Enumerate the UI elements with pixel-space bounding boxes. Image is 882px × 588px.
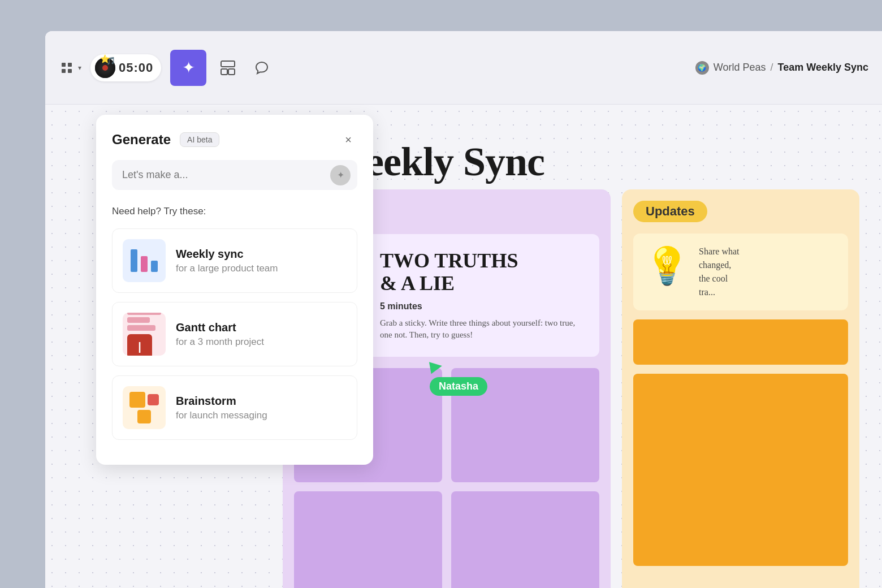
generate-title: Generate xyxy=(112,132,171,148)
weekly-sync-thumbnail xyxy=(123,239,166,282)
suggestion-text-gantt: Gantt chart for a 3 month project xyxy=(176,321,347,348)
lightbulb-icon: 💡 xyxy=(645,245,690,299)
suggestion-subtitle-weekly: for a large product team xyxy=(176,263,347,274)
sparkle-icon: ✦ xyxy=(337,170,344,180)
suggestion-title-weekly: Weekly sync xyxy=(176,248,347,261)
timer-widget[interactable]: 🎵 ⭐ 05:00 xyxy=(90,54,161,81)
star-icon: ⭐ xyxy=(100,54,110,63)
generate-panel: Generate AI beta × ✦ Need help? Try thes… xyxy=(96,115,373,465)
breadcrumb-org[interactable]: World Peas xyxy=(714,62,766,74)
suggestion-subtitle-brainstorm: for launch messaging xyxy=(176,410,347,421)
sticky-note[interactable] xyxy=(294,491,442,588)
close-icon: × xyxy=(345,133,352,146)
orange-sticky-2[interactable] xyxy=(633,374,848,566)
svg-rect-3 xyxy=(68,69,72,73)
two-truths-desc: Grab a sticky. Write three things about … xyxy=(380,317,583,341)
ai-generate-button[interactable]: ✦ xyxy=(170,50,206,86)
svg-rect-4 xyxy=(221,61,235,67)
svg-rect-2 xyxy=(62,69,66,73)
main-menu-button[interactable]: ▾ xyxy=(59,60,81,76)
toolbar-left: ▾ 🎵 ⭐ 05:00 ✦ xyxy=(59,50,695,86)
generate-header: Generate AI beta × xyxy=(112,131,357,149)
two-truths-time: 5 minutes xyxy=(380,301,583,312)
svg-rect-1 xyxy=(68,63,72,67)
generate-input-wrap: ✦ xyxy=(112,160,357,190)
app-window: ▾ 🎵 ⭐ 05:00 ✦ xyxy=(45,31,882,588)
two-truths-title: TWO TRUTHS& A LIE xyxy=(380,250,583,295)
updates-content: 💡 Share whatchanged,the cooltra... xyxy=(633,234,848,566)
ai-beta-badge: AI beta xyxy=(180,132,219,147)
breadcrumb-separator: / xyxy=(771,62,773,74)
generate-title-row: Generate AI beta xyxy=(112,132,219,148)
grid-icon xyxy=(59,60,75,76)
updates-label: Updates xyxy=(633,201,707,222)
timer-display: 05:00 xyxy=(119,60,153,75)
user-cursor-natasha: ▶ Natasha xyxy=(430,356,865,396)
layout-button[interactable] xyxy=(215,55,240,80)
weekly-sync-thumb-icon xyxy=(126,245,162,276)
chat-button[interactable] xyxy=(249,55,274,80)
suggestion-gantt-chart[interactable]: | Gantt chart for a 3 month project xyxy=(112,302,357,366)
lightbulb-text: Share whatchanged,the cooltra... xyxy=(699,245,837,299)
suggestion-weekly-sync[interactable]: Weekly sync for a large product team xyxy=(112,228,357,293)
breadcrumb-page-title: Team Weekly Sync xyxy=(778,62,868,74)
chevron-down-icon: ▾ xyxy=(78,64,81,72)
generate-input[interactable] xyxy=(122,169,329,181)
suggestion-text-weekly: Weekly sync for a large product team xyxy=(176,248,347,274)
brainstorm-thumbnail xyxy=(123,386,166,429)
suggestion-title-gantt: Gantt chart xyxy=(176,321,347,334)
suggestion-text-brainstorm: Brainstorm for launch messaging xyxy=(176,395,347,421)
svg-rect-0 xyxy=(62,63,66,67)
toolbar: ▾ 🎵 ⭐ 05:00 ✦ xyxy=(45,31,882,105)
breadcrumb: 🌍 World Peas / Team Weekly Sync xyxy=(695,61,868,75)
suggestion-title-brainstorm: Brainstorm xyxy=(176,395,347,408)
gantt-chart-thumbnail: | xyxy=(123,313,166,356)
help-text: Need help? Try these: xyxy=(112,206,357,217)
suggestion-subtitle-gantt: for a 3 month project xyxy=(176,336,347,348)
two-truths-content: TWO TRUTHS& A LIE 5 minutes Grab a stick… xyxy=(380,250,583,341)
cursor-arrow-icon: ▶ xyxy=(428,355,443,375)
lightbulb-card: 💡 Share whatchanged,the cooltra... xyxy=(633,234,848,310)
ai-sparkle-icon: ✦ xyxy=(182,58,195,77)
timer-vinyl: 🎵 ⭐ xyxy=(95,58,115,78)
svg-rect-5 xyxy=(221,69,227,75)
generate-submit-button[interactable]: ✦ xyxy=(330,165,351,185)
brainstorm-thumb-icon xyxy=(123,387,166,428)
cursor-label: Natasha xyxy=(430,377,487,396)
sticky-note[interactable] xyxy=(451,491,599,588)
svg-rect-6 xyxy=(228,69,235,75)
close-button[interactable]: × xyxy=(339,131,357,149)
suggestion-brainstorm[interactable]: Brainstorm for launch messaging xyxy=(112,375,357,440)
gantt-thumb-icon: | xyxy=(123,313,166,356)
org-avatar: 🌍 xyxy=(695,61,709,75)
